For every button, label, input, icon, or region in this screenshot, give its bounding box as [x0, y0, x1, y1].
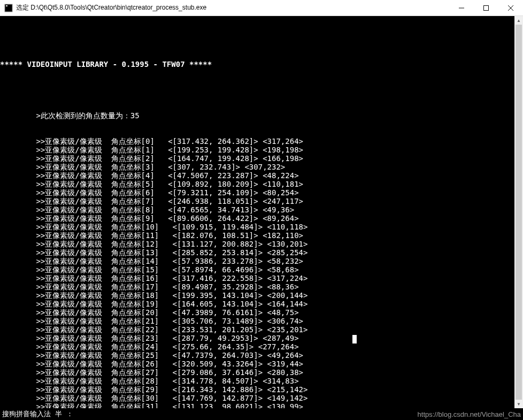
coordinate-row: >>亚像素级/像素级 角点坐标[12] <[131.127, 200.882]>…: [0, 240, 523, 248]
coordinate-row: >>亚像素级/像素级 角点坐标[6] <[79.3211, 254.109]> …: [0, 188, 523, 197]
coordinate-row: >>亚像素级/像素级 角点坐标[7] <[246.938, 118.051]> …: [0, 197, 523, 205]
svg-rect-1: [6, 5, 7, 6]
coordinate-row: >>亚像素级/像素级 角点坐标[20] <[47.3989, 76.6161]>…: [0, 308, 523, 317]
scroll-up-arrow[interactable]: ▲: [514, 16, 523, 25]
close-button[interactable]: [498, 0, 523, 16]
coordinate-row: >>亚像素级/像素级 角点坐标[27] <[279.086, 37.6146]>…: [0, 368, 523, 377]
coordinate-row: >>亚像素级/像素级 角点坐标[28] <[314.778, 84.507]> …: [0, 377, 523, 385]
scroll-track[interactable]: [514, 25, 523, 400]
coordinate-row: >>亚像素级/像素级 角点坐标[10] <[109.915, 119.484]>…: [0, 223, 523, 231]
titlebar[interactable]: 选定 D:\Qt\Qt5.8.0\Tools\QtCreator\bin\qtc…: [0, 0, 523, 16]
coordinate-row: >>亚像素级/像素级 角点坐标[9] <[89.6606, 264.422]> …: [0, 214, 523, 223]
coordinate-row: >>亚像素级/像素级 角点坐标[31] <[131.123, 98.6021]>…: [0, 402, 523, 408]
coordinate-row: >>亚像素级/像素级 角点坐标[17] <[89.4987, 35.2928]>…: [0, 282, 523, 291]
coordinate-row: >>亚像素级/像素级 角点坐标[8] <[47.6565, 34.7413]> …: [0, 205, 523, 214]
maximize-button[interactable]: [474, 0, 498, 16]
coordinate-row: >>亚像素级/像素级 角点坐标[1] <[199.253, 199.428]> …: [0, 146, 523, 154]
scroll-thumb[interactable]: [516, 25, 522, 400]
coordinate-row: >>亚像素级/像素级 角点坐标[18] <[199.395, 143.104]>…: [0, 291, 523, 300]
vertical-scrollbar[interactable]: ▲ ▼: [514, 16, 523, 408]
coordinate-row: >>亚像素级/像素级 角点坐标[25] <[47.7379, 264.703]>…: [0, 351, 523, 360]
coordinate-row: >>亚像素级/像素级 角点坐标[3] <[307, 232.743]> <307…: [0, 163, 523, 171]
coordinate-row: >>亚像素级/像素级 角点坐标[16] <[317.416, 222.558]>…: [0, 274, 523, 282]
coordinate-row: >>亚像素级/像素级 角点坐标[19] <[164.605, 143.104]>…: [0, 300, 523, 308]
coordinate-row: >>亚像素级/像素级 角点坐标[30] <[147.769, 142.877]>…: [0, 394, 523, 402]
scroll-down-arrow[interactable]: ▼: [514, 400, 523, 408]
coordinate-row: >>亚像素级/像素级 角点坐标[24] <[275.66, 264.35]> <…: [0, 342, 523, 351]
coordinate-row: >>亚像素级/像素级 角点坐标[23] <[287.79, 49.2953]> …: [0, 334, 523, 342]
coordinate-row: >>亚像素级/像素级 角点坐标[21] <[305.706, 73.1489]>…: [0, 317, 523, 325]
library-header: ***** VIDEOINPUT LIBRARY - 0.1995 - TFW0…: [0, 60, 523, 68]
window-controls: [449, 0, 523, 16]
ime-status: 搜狗拼音输入法 半 ：: [2, 409, 73, 419]
coordinate-row: >>亚像素级/像素级 角点坐标[13] <[285.852, 253.814]>…: [0, 248, 523, 257]
window-frame: 选定 D:\Qt\Qt5.8.0\Tools\QtCreator\bin\qtc…: [0, 0, 523, 420]
text-cursor: [352, 335, 357, 343]
coordinate-row: >>亚像素级/像素级 角点坐标[14] <[57.9386, 233.278]>…: [0, 257, 523, 265]
coordinate-row: >>亚像素级/像素级 角点坐标[0] <[317.432, 264.362]> …: [0, 137, 523, 146]
coordinate-row: >>亚像素级/像素级 角点坐标[11] <[182.076, 108.51]> …: [0, 231, 523, 240]
svg-rect-3: [484, 5, 489, 10]
coordinate-row: >>亚像素级/像素级 角点坐标[26] <[320.509, 43.3264]>…: [0, 360, 523, 368]
blank-line: [0, 34, 523, 43]
window-title: 选定 D:\Qt\Qt5.8.0\Tools\QtCreator\bin\qtc…: [16, 3, 449, 12]
blank-line: [0, 86, 523, 94]
coordinate-row: >>亚像素级/像素级 角点坐标[29] <[216.343, 142.886]>…: [0, 385, 523, 394]
coordinate-row: >>亚像素级/像素级 角点坐标[15] <[57.8974, 66.4696]>…: [0, 265, 523, 274]
coordinate-row: >>亚像素级/像素级 角点坐标[2] <[164.747, 199.428]> …: [0, 154, 523, 163]
status-bar: 搜狗拼音输入法 半 ： https://blog.csdn.net/Vichae…: [0, 408, 523, 420]
coordinate-row: >>亚像素级/像素级 角点坐标[4] <[47.5067, 223.287]> …: [0, 171, 523, 180]
coordinate-rows: >>亚像素级/像素级 角点坐标[0] <[317.432, 264.362]> …: [0, 137, 523, 408]
app-icon: [4, 4, 13, 12]
coordinate-row: >>亚像素级/像素级 角点坐标[22] <[233.531, 201.205]>…: [0, 325, 523, 334]
detect-line: >此次检测到的角点数量为：35: [0, 111, 523, 120]
watermark: https://blog.csdn.net/Vichael_Cha: [418, 410, 521, 418]
minimize-button[interactable]: [449, 0, 474, 16]
coordinate-row: >>亚像素级/像素级 角点坐标[5] <[109.892, 180.209]> …: [0, 180, 523, 188]
console-output[interactable]: ***** VIDEOINPUT LIBRARY - 0.1995 - TFW0…: [0, 16, 523, 408]
